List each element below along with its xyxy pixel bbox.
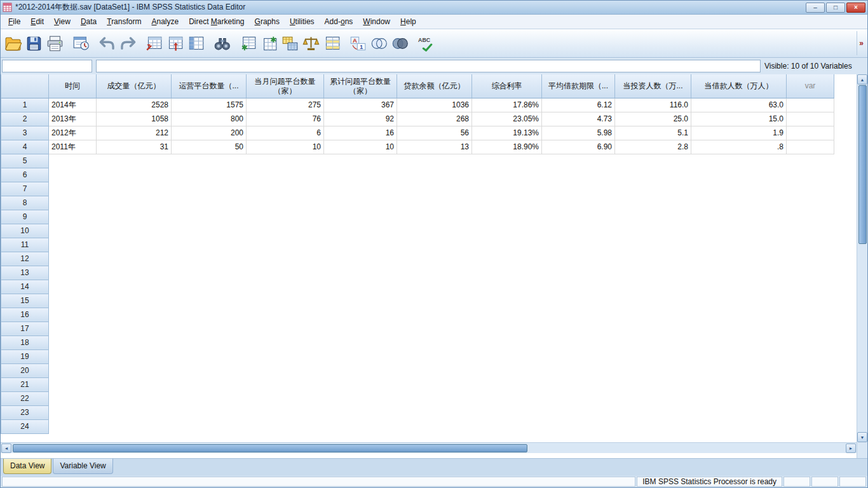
cell-r1-c3[interactable]: 1575 — [172, 98, 247, 112]
split-file-button[interactable] — [280, 32, 301, 55]
use-variable-sets-button[interactable] — [369, 32, 390, 55]
cell-r4-c8[interactable]: 6.90 — [542, 140, 615, 154]
cell-r2-var[interactable] — [787, 112, 834, 126]
cell-r2-c8[interactable]: 4.73 — [542, 112, 615, 126]
cell-r2-c6[interactable]: 268 — [397, 112, 472, 126]
cell-r4-c9[interactable]: 2.8 — [615, 140, 691, 154]
cell-r1-c6[interactable]: 1036 — [397, 98, 472, 112]
minimize-button[interactable]: – — [806, 3, 825, 13]
column-header-9[interactable]: 当投资人数（万... — [615, 74, 691, 98]
cell-r1-c9[interactable]: 116.0 — [615, 98, 691, 112]
row-header-7[interactable]: 7 — [1, 182, 49, 196]
cell-r1-c8[interactable]: 6.12 — [542, 98, 615, 112]
cell-r3-c7[interactable]: 19.13% — [472, 126, 542, 140]
cell-r2-c5[interactable]: 92 — [324, 112, 397, 126]
cell-r3-c1[interactable]: 2012年 — [49, 126, 97, 140]
spell-check-button[interactable]: ABC — [416, 32, 437, 55]
column-header-11[interactable]: var — [787, 74, 834, 98]
menu-edit[interactable]: Edit — [25, 15, 49, 29]
row-header-24[interactable]: 24 — [1, 420, 49, 434]
cell-r1-c1[interactable]: 2014年 — [49, 98, 97, 112]
cell-r2-c3[interactable]: 800 — [172, 112, 247, 126]
menu-graphs[interactable]: Graphs — [250, 15, 285, 29]
toolbar-overflow-button[interactable]: » — [857, 31, 865, 55]
cell-r3-c6[interactable]: 56 — [397, 126, 472, 140]
horizontal-scrollbar[interactable]: ◄ ► — [1, 442, 857, 453]
vertical-scroll-thumb[interactable] — [858, 85, 867, 244]
row-header-2[interactable]: 2 — [1, 112, 49, 126]
row-header-21[interactable]: 21 — [1, 378, 49, 392]
row-header-18[interactable]: 18 — [1, 336, 49, 350]
row-header-6[interactable]: 6 — [1, 168, 49, 182]
cell-r3-c8[interactable]: 5.98 — [542, 126, 615, 140]
column-header-1[interactable]: 时间 — [49, 74, 97, 98]
insert-variable-button[interactable] — [259, 32, 280, 55]
cell-r4-c4[interactable]: 10 — [247, 140, 324, 154]
menu-data[interactable]: Data — [76, 15, 102, 29]
row-header-3[interactable]: 3 — [1, 126, 49, 140]
maximize-button[interactable]: □ — [826, 3, 845, 13]
cell-r4-c5[interactable]: 10 — [324, 140, 397, 154]
cell-r3-c2[interactable]: 212 — [97, 126, 172, 140]
cell-r4-c6[interactable]: 13 — [397, 140, 472, 154]
select-cases-button[interactable] — [322, 32, 342, 55]
cell-r4-var[interactable] — [787, 140, 834, 154]
row-header-20[interactable]: 20 — [1, 364, 49, 378]
column-header-7[interactable]: 综合利率 — [472, 74, 542, 98]
row-header-23[interactable]: 23 — [1, 406, 49, 420]
open-data-button[interactable] — [3, 32, 24, 55]
menu-window[interactable]: Window — [358, 15, 395, 29]
cell-r1-c5[interactable]: 367 — [324, 98, 397, 112]
undo-button[interactable] — [97, 32, 118, 55]
cell-r2-c10[interactable]: 15.0 — [691, 112, 787, 126]
cell-r2-c1[interactable]: 2013年 — [49, 112, 97, 126]
print-button[interactable] — [44, 32, 65, 55]
tab-variable-view[interactable]: Variable View — [53, 459, 112, 474]
row-header-22[interactable]: 22 — [1, 392, 49, 406]
menu-file[interactable]: File — [3, 15, 25, 29]
row-header-4[interactable]: 4 — [1, 140, 49, 154]
cell-r4-c10[interactable]: .8 — [691, 140, 787, 154]
cell-r3-c9[interactable]: 5.1 — [615, 126, 691, 140]
row-header-13[interactable]: 13 — [1, 266, 49, 280]
row-header-16[interactable]: 16 — [1, 308, 49, 322]
scroll-left-arrow-icon[interactable]: ◄ — [1, 444, 11, 453]
scroll-right-arrow-icon[interactable]: ► — [846, 444, 856, 453]
cell-r1-c7[interactable]: 17.86% — [472, 98, 542, 112]
cell-r1-c10[interactable]: 63.0 — [691, 98, 787, 112]
cell-r4-c3[interactable]: 50 — [172, 140, 247, 154]
cell-r4-c2[interactable]: 31 — [97, 140, 172, 154]
cell-r3-c10[interactable]: 1.9 — [691, 126, 787, 140]
column-header-8[interactable]: 平均借款期限（... — [542, 74, 615, 98]
row-header-17[interactable]: 17 — [1, 322, 49, 336]
scroll-down-arrow-icon[interactable]: ▼ — [857, 432, 867, 442]
insert-cases-button[interactable] — [238, 32, 259, 55]
menu-utilities[interactable]: Utilities — [285, 15, 320, 29]
menu-transform[interactable]: Transform — [102, 15, 146, 29]
row-header-10[interactable]: 10 — [1, 224, 49, 238]
menu-help[interactable]: Help — [395, 15, 421, 29]
value-labels-button[interactable]: A1 — [348, 32, 369, 55]
row-header-1[interactable]: 1 — [1, 98, 49, 112]
cell-r3-c3[interactable]: 200 — [172, 126, 247, 140]
menu-analyze[interactable]: Analyze — [146, 15, 184, 29]
menu-direct-marketing[interactable]: Direct Marketing — [184, 15, 249, 29]
goto-variable-button[interactable] — [165, 32, 186, 55]
row-header-12[interactable]: 12 — [1, 252, 49, 266]
cell-r4-c7[interactable]: 18.90% — [472, 140, 542, 154]
column-header-3[interactable]: 运营平台数量（... — [172, 74, 247, 98]
row-header-11[interactable]: 11 — [1, 238, 49, 252]
cell-r3-c4[interactable]: 6 — [247, 126, 324, 140]
show-all-variables-button[interactable] — [390, 32, 410, 55]
row-header-9[interactable]: 9 — [1, 210, 49, 224]
weight-cases-button[interactable] — [301, 32, 322, 55]
cell-r4-c1[interactable]: 2011年 — [49, 140, 97, 154]
variables-button[interactable] — [186, 32, 207, 55]
close-button[interactable]: × — [846, 3, 865, 13]
cell-r3-c5[interactable]: 16 — [324, 126, 397, 140]
cell-reference-input[interactable] — [2, 60, 92, 72]
column-header-2[interactable]: 成交量（亿元） — [97, 74, 172, 98]
cell-r2-c9[interactable]: 25.0 — [615, 112, 691, 126]
save-button[interactable] — [24, 32, 44, 55]
menu-add-ons[interactable]: Add-ons — [320, 15, 358, 29]
